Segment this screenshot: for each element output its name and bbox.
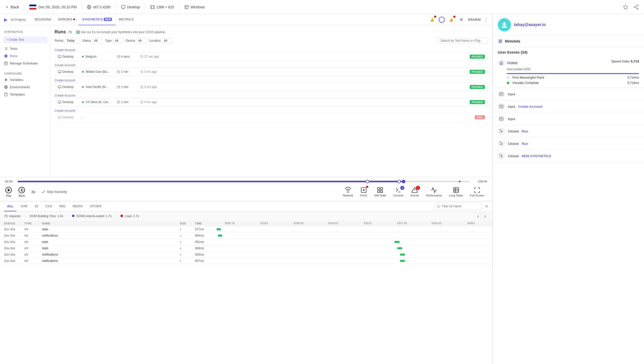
sidebar-item-runs[interactable]: Runs	[0, 52, 50, 60]
run-row-3[interactable]: Desktop Asia Pacific (M... 1 min	[55, 83, 488, 91]
timeline-marker-1[interactable]	[366, 180, 369, 183]
net-tab-img[interactable]: IMG	[56, 201, 69, 211]
divider-1	[24, 3, 24, 11]
run-duration-3: 1 min	[117, 85, 137, 89]
fetch-tool[interactable]: Fetch	[357, 185, 370, 198]
run-row-2[interactable]: Desktop Middle East (Ba... 1 min	[55, 67, 488, 76]
svg-point-37	[82, 56, 84, 58]
back-button[interactable]: Back	[5, 5, 19, 9]
play-button[interactable]: Play	[5, 187, 12, 197]
notification-bell-icon[interactable]: 🔔	[429, 16, 436, 23]
nav-circle-icon	[439, 17, 445, 23]
sidebar-item-schedules[interactable]: Manage Schedules	[0, 60, 50, 67]
run-row-5[interactable]: Desktop ... FAIL	[55, 113, 488, 122]
fullscreen-tool[interactable]: Full Screen	[467, 185, 487, 198]
long-tasks-tool[interactable]: Long Tasks	[446, 185, 466, 198]
vc-dot	[507, 82, 509, 84]
sidebar-schedules-label: Manage Schedules	[10, 61, 38, 65]
run-row-1[interactable]: Desktop Belgium 4 secs	[55, 52, 488, 61]
run-device-4: Desktop	[58, 100, 78, 104]
nav-menu-icon[interactable]: ⋮	[484, 17, 488, 22]
status-select[interactable]: All	[92, 38, 103, 43]
timeline-playhead[interactable]	[402, 180, 405, 183]
star-icon[interactable]	[623, 4, 628, 10]
run-group-label-5[interactable]: Create Account	[55, 107, 488, 113]
cli-tip-icon: ℹ️	[76, 30, 80, 34]
col-header-size: SIZE	[180, 222, 195, 225]
nav-right: 🔔 🔔 ⚙ KRAIEM ⋮	[429, 16, 488, 23]
timeline-red-marker	[459, 181, 460, 182]
network-filter-input[interactable]	[442, 204, 480, 208]
network-filter-bar[interactable]	[434, 203, 482, 210]
event-clicked-3: Clicked NEW SYNTHETICS	[493, 150, 644, 162]
skip-inactivity-toggle[interactable]: Skip Inactivity	[41, 190, 67, 194]
period-filter: Period Today	[55, 38, 80, 43]
events-badge: 6	[416, 186, 420, 190]
settings-icon[interactable]: ⚙	[458, 16, 465, 23]
net-row-4[interactable]: 2xx–3xx xhr stats x 368ms	[0, 245, 492, 252]
run-time-3: 3 hrs ago	[140, 85, 165, 89]
svg-rect-89	[499, 41, 500, 42]
sidebar-item-environments[interactable]: Environments	[0, 83, 50, 91]
run-location-2: Middle East (Ba...	[81, 70, 114, 74]
net-tab-js[interactable]: JS	[32, 201, 41, 211]
console-tool[interactable]: 4 Console	[390, 185, 406, 198]
period-select[interactable]: Today	[64, 38, 80, 43]
row2-type: xhr	[24, 234, 42, 237]
run-row-4[interactable]: Desktop US West (N. Cal... 1 min	[55, 98, 488, 106]
net-tab-css[interactable]: CSS	[42, 201, 55, 211]
user-avatar	[498, 18, 511, 31]
net-tab-all[interactable]: ALL	[4, 201, 16, 211]
device-select[interactable]: All	[136, 38, 147, 43]
location-select[interactable]: All	[162, 38, 173, 43]
type-select[interactable]: All	[113, 38, 124, 43]
net-row-6[interactable]: 2xx–3xx xhr notifications x 407ms	[0, 258, 492, 264]
timeline-track[interactable]	[18, 181, 469, 182]
sidebar-item-tests[interactable]: Tests	[0, 45, 50, 52]
runs-header: Runs 76 ℹ️ Use our CLI to include your S…	[55, 29, 488, 35]
net-row-2[interactable]: 2xx–3xx xhr notifications x 384ms	[0, 233, 492, 239]
net-tab-other[interactable]: OTHER	[87, 201, 105, 211]
net-row-3[interactable]: 2xx–3xx xhr stats x 381ms	[0, 239, 492, 245]
tab-metrics[interactable]: METRICS	[115, 14, 137, 25]
network-table-body: 2xx–3xx xhr stats x 317ms 2xx–3xx xhr no…	[0, 226, 492, 364]
tab-errors[interactable]: ERRORS	[55, 14, 79, 25]
run-group-label-2[interactable]: Create Account	[55, 62, 488, 67]
divider-5	[179, 3, 179, 11]
svg-rect-76	[454, 188, 459, 193]
runs-search-input[interactable]	[438, 38, 488, 44]
expand-up-button[interactable]: ∧	[475, 213, 481, 219]
dom-content-loaded: DOMContentLoaded: 1.7s	[72, 214, 112, 218]
net-row-1[interactable]: 2xx–3xx xhr stats x 317ms	[0, 226, 492, 233]
sidebar-item-templates[interactable]: Templates	[0, 91, 50, 98]
network-close-button[interactable]: ✕	[485, 204, 488, 209]
svg-rect-25	[5, 62, 7, 65]
performance-tool[interactable]: Performance	[423, 185, 445, 198]
sidebar-item-variables[interactable]: Variables	[0, 76, 50, 83]
run-device-1: Desktop	[58, 55, 78, 58]
net-row-5[interactable]: 2xx–3xx xhr notifications x 426ms	[0, 252, 492, 258]
sidebar-title: SYNTHETICS	[0, 28, 50, 34]
sidebar-runs-label: Runs	[10, 54, 17, 58]
row2-status: 2xx–3xx	[4, 234, 24, 237]
tab-synthetics[interactable]: SYNTHETICS NEW	[79, 14, 115, 25]
run-group-label-1[interactable]: Create Account	[55, 47, 488, 52]
back-button[interactable]: 10 Back	[18, 187, 25, 197]
fetch-tool-label: Fetch	[360, 194, 367, 197]
run-group-label-3[interactable]: Create Account	[55, 77, 488, 83]
tab-sessions[interactable]: SESSIONS	[31, 14, 55, 25]
timeline-marker-2[interactable]	[397, 180, 401, 183]
share-icon[interactable]	[633, 4, 639, 10]
expand-down-button[interactable]: ∨	[482, 213, 488, 219]
events-tool[interactable]: 6 Events	[407, 185, 422, 198]
nav-bell2-icon[interactable]: 🔔	[448, 16, 455, 23]
left-panel: ▶ All Projects SESSIONS ERRORS SYNTHETIC…	[0, 14, 492, 364]
row5-timeline	[213, 253, 488, 256]
net-tab-media[interactable]: MEDIA	[69, 201, 86, 211]
network-tool[interactable]: Network	[340, 185, 356, 198]
create-test-button[interactable]: + Create Test	[3, 36, 47, 43]
net-tab-xhr[interactable]: XHR	[17, 201, 30, 211]
row4-type: xhr	[24, 246, 42, 250]
run-group-label-4[interactable]: Create Account	[55, 92, 488, 98]
state-tool[interactable]: 998 State	[371, 185, 389, 198]
